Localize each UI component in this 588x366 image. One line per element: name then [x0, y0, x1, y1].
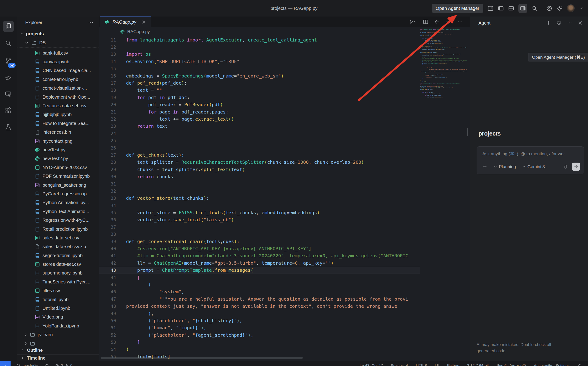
- status-item[interactable]: Antigravity - Settings: [534, 364, 570, 366]
- activity-bar-source-control-icon[interactable]: 52: [3, 55, 14, 66]
- microphone-icon[interactable]: [563, 164, 568, 169]
- tree-item[interactable]: Python Animation.ipy...: [17, 198, 99, 207]
- outline-section-header[interactable]: Outline: [17, 346, 99, 355]
- chevron-right-icon: [20, 348, 25, 353]
- tree-item[interactable]: Untilted.ipynb: [17, 304, 99, 313]
- activity-bar-run-debug-icon[interactable]: [3, 72, 14, 83]
- tree-item[interactable]: comet-error.ipynb: [17, 75, 99, 84]
- close-panel-icon[interactable]: [577, 20, 583, 26]
- customize-layout-icon[interactable]: [487, 5, 494, 11]
- tree-item[interactable]: hjjhbjbjb.ipynb: [17, 110, 99, 119]
- tree-item[interactable]: sales data-set.csv.zip: [17, 242, 99, 251]
- toggle-panel-left-icon[interactable]: [498, 5, 504, 11]
- editor-more-actions-icon[interactable]: [457, 19, 463, 25]
- status-item[interactable]: Ln 43, Col 47: [360, 364, 383, 366]
- new-chat-icon[interactable]: [546, 20, 551, 26]
- tree-item[interactable]: newTest.py: [17, 145, 99, 154]
- toggle-panel-right-icon[interactable]: [518, 4, 527, 13]
- csv-file-icon: [34, 261, 40, 267]
- sync-status[interactable]: [44, 364, 49, 366]
- tree-item[interactable]: TimeSeries with Pyca...: [17, 277, 99, 286]
- tree-item[interactable]: Deployment with Ope...: [17, 93, 99, 101]
- search-icon[interactable]: [532, 5, 538, 11]
- split-editor-icon[interactable]: [423, 19, 429, 25]
- browser-icon[interactable]: [546, 5, 552, 11]
- tree-item[interactable]: titles.csv: [17, 286, 99, 295]
- code-line: 44[: [99, 274, 420, 281]
- status-item[interactable]: Python: [447, 364, 459, 366]
- tree-item[interactable]: Features data set.csv: [17, 101, 99, 110]
- status-item[interactable]: Spaces: 4: [391, 364, 408, 366]
- status-item[interactable]: UTF-8: [416, 364, 427, 366]
- status-item[interactable]: 3.12.7 64-bit: [467, 364, 489, 366]
- tree-item[interactable]: newTest2.py: [17, 154, 99, 163]
- activity-bar-extensions-icon[interactable]: [3, 105, 14, 116]
- tree-item[interactable]: NYC-Airbnb-2023.csv: [17, 163, 99, 172]
- toggle-panel-bottom-icon[interactable]: [508, 5, 514, 11]
- remote-indicator[interactable]: [0, 361, 11, 366]
- tree-item[interactable]: mycontact.png: [17, 137, 99, 145]
- add-context-icon[interactable]: [482, 164, 487, 169]
- explorer-more-actions-icon[interactable]: [88, 20, 94, 25]
- notifications-bell[interactable]: [577, 364, 582, 366]
- minimap[interactable]: from langchain.agents import AgentExecut…: [420, 29, 467, 118]
- tree-item[interactable]: sales data-set.csv: [17, 233, 99, 242]
- navigate-forward-icon[interactable]: [445, 19, 452, 25]
- tree-item[interactable]: comet-visualization-...: [17, 84, 99, 93]
- tree-item-ds-folder[interactable]: DS: [17, 38, 99, 47]
- tree-item-folder[interactable]: [17, 339, 99, 346]
- tree-item[interactable]: YoloPandas.ipynb: [17, 321, 99, 330]
- avatar[interactable]: [567, 4, 575, 12]
- activity-bar-explorer-icon[interactable]: [3, 21, 14, 32]
- tree-item[interactable]: stores data-set.csv: [17, 260, 99, 268]
- code-editor[interactable]: 11from langchain.agents import AgentExec…: [99, 36, 420, 361]
- agent-more-actions-icon[interactable]: [567, 20, 572, 26]
- tab-ragapp-py[interactable]: RAGapp.py: [100, 16, 151, 27]
- tree-item[interactable]: Video.png: [17, 313, 99, 321]
- tree-item[interactable]: segno-tutorial.ipynb: [17, 251, 99, 260]
- tree-item[interactable]: canvas.ipynb: [17, 57, 99, 66]
- tree-item-folder[interactable]: js-learn: [17, 330, 99, 339]
- tree-item[interactable]: PDF Summarizer.ipynb: [17, 172, 99, 181]
- problems-status[interactable]: 0 0: [55, 364, 72, 366]
- timeline-section-header[interactable]: Timeline: [17, 354, 99, 361]
- navigate-back-icon[interactable]: [434, 19, 440, 25]
- git-branch-status[interactable]: master*+: [16, 364, 38, 366]
- status-item[interactable]: Pyrefly (error-off): [497, 364, 526, 366]
- model-dropdown[interactable]: Gemini 3 ...: [522, 164, 550, 169]
- resize-handle[interactable]: [467, 128, 468, 136]
- tree-item[interactable]: CNN based image cla...: [17, 66, 99, 75]
- tree-item[interactable]: tutorial.ipynb: [17, 295, 99, 304]
- editor-group: RAGapp.py RAGapp.py 11from langchain.age…: [99, 16, 470, 361]
- planning-mode-dropdown[interactable]: Planning: [493, 164, 516, 169]
- chevron-down-icon[interactable]: [579, 6, 584, 11]
- tree-item[interactable]: PyCaret regression.ip...: [17, 190, 99, 198]
- tree-item[interactable]: penguins_scatter.png: [17, 181, 99, 190]
- tree-item[interactable]: How to Integrate Sea...: [17, 119, 99, 128]
- tree-item-projects-root[interactable]: projects: [17, 29, 99, 38]
- activity-bar-testing-icon[interactable]: [3, 122, 14, 133]
- tree-item[interactable]: supermemory.ipynb: [17, 269, 99, 277]
- horizontal-scrollbar[interactable]: [101, 357, 303, 359]
- chevron-down-icon: [24, 40, 29, 45]
- explorer-title: Explorer: [25, 20, 42, 25]
- close-tab-icon[interactable]: [141, 20, 146, 24]
- breadcrumb-item[interactable]: RAGapp.py: [127, 29, 150, 34]
- send-button[interactable]: [572, 163, 580, 171]
- tree-item[interactable]: Python Text Animatio...: [17, 207, 99, 216]
- agent-input-box[interactable]: Ask anything (⌘L), @ to mention, / for w…: [477, 146, 584, 174]
- status-item[interactable]: LF: [435, 364, 439, 366]
- section-label: Timeline: [27, 355, 46, 361]
- nb-file-icon: [34, 226, 40, 232]
- run-python-file-button[interactable]: [408, 19, 417, 25]
- activity-bar-search-icon[interactable]: [3, 38, 14, 49]
- gear-icon[interactable]: [556, 5, 563, 11]
- tree-item[interactable]: Retail prediction.ipynb: [17, 225, 99, 233]
- tree-item[interactable]: Regression-with-PyC...: [17, 216, 99, 224]
- tree-item[interactable]: inferences.bin: [17, 128, 99, 137]
- open-agent-manager-button[interactable]: Open Agent Manager: [432, 4, 483, 13]
- explorer-sidebar: Explorer projects DS bank-full.csvcanvas…: [17, 16, 99, 361]
- activity-bar-remote-explorer-icon[interactable]: [3, 89, 14, 99]
- tree-item[interactable]: bank-full.csv: [17, 49, 99, 57]
- history-icon[interactable]: [556, 20, 562, 26]
